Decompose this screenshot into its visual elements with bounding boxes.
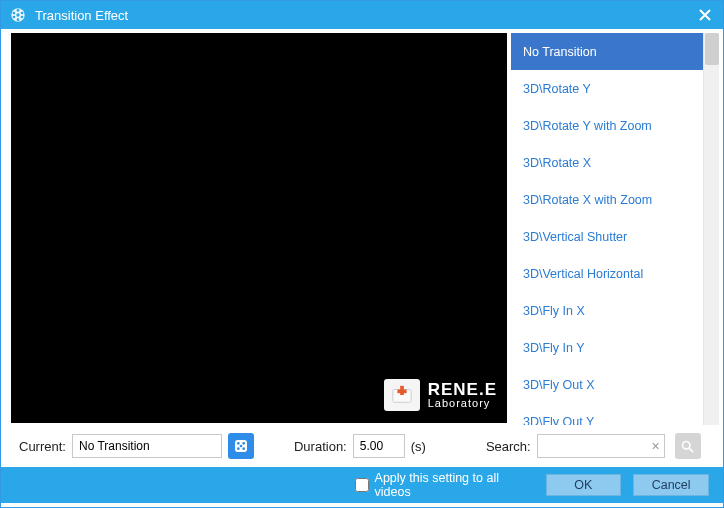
effect-list[interactable]: No Transition3D\Rotate Y3D\Rotate Y with… bbox=[511, 33, 703, 425]
list-item[interactable]: 3D\Fly In Y bbox=[511, 329, 703, 366]
search-button[interactable] bbox=[675, 433, 701, 459]
ok-button[interactable]: OK bbox=[546, 474, 622, 496]
watermark: RENE.E Laboratory bbox=[384, 379, 497, 411]
app-icon bbox=[9, 6, 27, 24]
svg-point-14 bbox=[240, 445, 243, 448]
scrollbar[interactable] bbox=[703, 33, 719, 425]
svg-point-7 bbox=[13, 12, 16, 15]
duration-unit: (s) bbox=[411, 439, 426, 454]
clear-icon[interactable]: × bbox=[652, 438, 660, 454]
svg-line-18 bbox=[690, 448, 694, 452]
watermark-sub: Laboratory bbox=[428, 398, 497, 409]
list-item[interactable]: 3D\Fly In X bbox=[511, 292, 703, 329]
svg-point-2 bbox=[17, 9, 20, 12]
cancel-button[interactable]: Cancel bbox=[633, 474, 709, 496]
svg-point-16 bbox=[242, 447, 245, 450]
list-item[interactable]: 3D\Fly Out Y bbox=[511, 403, 703, 425]
svg-point-15 bbox=[237, 447, 240, 450]
svg-point-6 bbox=[13, 16, 16, 19]
svg-point-13 bbox=[242, 442, 245, 445]
list-item[interactable]: 3D\Fly Out X bbox=[511, 366, 703, 403]
svg-point-1 bbox=[16, 13, 19, 16]
watermark-box-icon bbox=[384, 379, 420, 411]
list-item[interactable]: 3D\Rotate Y with Zoom bbox=[511, 107, 703, 144]
svg-point-3 bbox=[21, 12, 24, 15]
controls-row: Current: Duration: (s) Search: × bbox=[1, 425, 723, 467]
search-label: Search: bbox=[486, 439, 531, 454]
list-item[interactable]: 3D\Rotate X with Zoom bbox=[511, 181, 703, 218]
list-item[interactable]: No Transition bbox=[511, 33, 703, 70]
search-input[interactable] bbox=[537, 434, 665, 458]
watermark-brand: RENE.E bbox=[428, 381, 497, 398]
footer-bar: Apply this setting to all videos OK Canc… bbox=[1, 467, 723, 503]
list-item[interactable]: 3D\Rotate X bbox=[511, 144, 703, 181]
svg-point-17 bbox=[683, 441, 691, 449]
close-icon[interactable] bbox=[695, 5, 715, 25]
svg-point-4 bbox=[21, 16, 24, 19]
list-item[interactable]: 3D\Rotate Y bbox=[511, 70, 703, 107]
current-label: Current: bbox=[19, 439, 66, 454]
list-item[interactable]: 3D\Vertical Shutter bbox=[511, 218, 703, 255]
apply-all-label: Apply this setting to all videos bbox=[375, 471, 534, 499]
main-area: RENE.E Laboratory No Transition3D\Rotate… bbox=[1, 29, 723, 425]
svg-rect-10 bbox=[397, 390, 406, 394]
current-input[interactable] bbox=[72, 434, 222, 458]
scroll-thumb[interactable] bbox=[705, 33, 719, 65]
duration-input[interactable] bbox=[353, 434, 405, 458]
svg-point-12 bbox=[237, 442, 240, 445]
duration-label: Duration: bbox=[294, 439, 347, 454]
apply-all-checkbox[interactable] bbox=[355, 478, 369, 492]
title-bar: Transition Effect bbox=[1, 1, 723, 29]
random-button[interactable] bbox=[228, 433, 254, 459]
effect-list-wrap: No Transition3D\Rotate Y3D\Rotate Y with… bbox=[511, 33, 719, 425]
preview-pane: RENE.E Laboratory bbox=[11, 33, 507, 423]
svg-point-5 bbox=[17, 18, 20, 21]
window-title: Transition Effect bbox=[35, 8, 128, 23]
list-item[interactable]: 3D\Vertical Horizontal bbox=[511, 255, 703, 292]
